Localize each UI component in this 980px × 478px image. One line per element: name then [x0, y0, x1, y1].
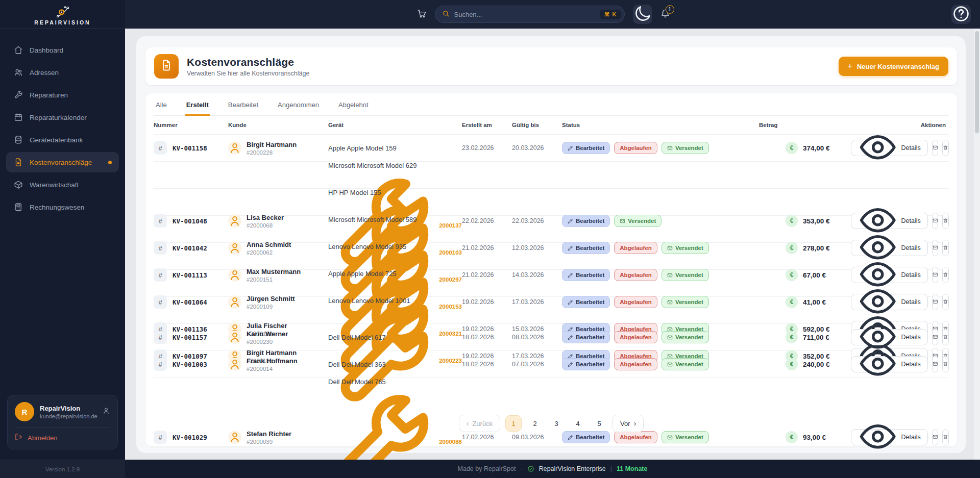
device-name: Lenovo Lenovo Model 1001 — [328, 297, 462, 305]
hash-icon: # — [154, 268, 167, 282]
table-row[interactable]: # KV-001029 Stefan Richter #2000039 Dell… — [154, 378, 949, 405]
delete-button[interactable] — [942, 356, 949, 372]
notification-dot — [108, 161, 112, 164]
help-button[interactable] — [951, 5, 971, 24]
delete-button[interactable] — [942, 240, 949, 256]
valid-until-date: 09.03.2026 — [512, 434, 562, 441]
table-row[interactable]: # KV-001158 Birgit Hartmann #2000228 App… — [154, 134, 949, 161]
details-button[interactable]: Details — [851, 294, 928, 310]
column-header-kunde: Kunde — [228, 122, 328, 128]
table-row[interactable]: # KV-001042 Anna Schmidt #2000062 HP HP … — [154, 188, 949, 215]
dark-mode-toggle[interactable] — [633, 5, 652, 24]
tab-abgelehnt[interactable]: Abgelehnt — [337, 93, 370, 116]
send-mail-button[interactable] — [932, 213, 939, 229]
tab-bearbeitet[interactable]: Bearbeitet — [227, 93, 259, 116]
details-button[interactable]: Details — [851, 140, 928, 156]
delete-button[interactable] — [942, 294, 949, 310]
customer-name: Julia Fischer — [247, 322, 287, 330]
created-date: 19.02.2026 — [462, 325, 512, 333]
sidebar-item-kostenvoranschlge[interactable]: Kostenvoranschläge — [6, 152, 119, 172]
new-estimate-button[interactable]: + Neuer Kostenvoranschlag — [839, 57, 948, 76]
amount: 240,00 € — [803, 361, 830, 368]
sidebar-item-warenwirtschaft[interactable]: Warenwirtschaft — [6, 174, 119, 195]
details-button[interactable]: Details — [851, 213, 928, 229]
table-row[interactable]: # KV-001048 Lisa Becker #2000068 Microso… — [154, 161, 949, 188]
trash-icon — [943, 334, 948, 341]
pagination-page-4[interactable]: 4 — [570, 415, 586, 432]
table-header-row: Nummer Kunde Gerät Erstellt am Gültig bi… — [154, 116, 949, 134]
valid-until-date: 20.03.2026 — [512, 144, 562, 152]
sidebar-item-adressen[interactable]: Adressen — [6, 62, 119, 83]
send-mail-button[interactable] — [932, 240, 939, 256]
delete-button[interactable] — [942, 140, 949, 156]
details-button[interactable]: Details — [851, 267, 928, 283]
amount: 41,00 € — [803, 298, 826, 306]
search-bar[interactable]: ⌘ K — [435, 6, 625, 23]
send-mail-button[interactable] — [932, 429, 939, 445]
sidebar-item-dashboard[interactable]: Dashboard — [6, 40, 119, 60]
tab-alle[interactable]: Alle — [155, 93, 168, 116]
sidebar-item-rechnungswesen[interactable]: Rechnungswesen — [6, 197, 119, 217]
trash-icon — [943, 298, 948, 306]
database-icon — [13, 135, 23, 145]
pagination-prev-button[interactable]: ‹ Zurück — [459, 415, 500, 432]
delete-button[interactable] — [942, 267, 949, 283]
status-badge-abgelaufen: Abgelaufen — [614, 431, 657, 443]
mail-icon — [933, 298, 938, 306]
sidebar-item-gertedatenbank[interactable]: Gerätedatenbank — [6, 130, 119, 150]
scrollbar-track[interactable] — [974, 29, 980, 460]
pagination-page-3[interactable]: 3 — [548, 415, 565, 432]
customer-id: #2000230 — [247, 339, 288, 345]
pagination-page-1[interactable]: 1 — [505, 415, 522, 432]
customer-name: Anna Schmidt — [247, 241, 291, 248]
status-badges: BearbeitetAbgelaufenVersendet — [562, 142, 759, 154]
eye-icon — [858, 344, 897, 385]
device-name: Dell Dell Model 363 — [328, 361, 462, 368]
tab-angenommen[interactable]: Angenommen — [277, 93, 320, 116]
cart-button[interactable] — [417, 9, 427, 20]
send-mail-button[interactable] — [932, 140, 939, 156]
euro-icon: € — [786, 242, 798, 254]
created-date: 23.02.2026 — [462, 144, 512, 152]
pagination-page-5[interactable]: 5 — [591, 415, 607, 432]
calendar-icon — [13, 113, 23, 122]
topbar: ⌘ K 1 — [125, 0, 980, 29]
sidebar-item-reparaturen[interactable]: Reparaturen — [6, 85, 119, 105]
customer-id: #2000228 — [247, 149, 297, 156]
document-icon — [154, 54, 179, 79]
status-badge-bearbeitet: Bearbeitet — [562, 296, 610, 308]
scrollbar-thumb[interactable] — [975, 31, 979, 133]
tab-erstellt[interactable]: Erstellt — [185, 93, 210, 116]
hash-icon: # — [154, 295, 167, 309]
customer-name: Lisa Becker — [247, 214, 284, 221]
send-mail-button[interactable] — [932, 267, 939, 283]
status-badge-bearbeitet: Bearbeitet — [562, 358, 610, 370]
delete-button[interactable] — [942, 213, 949, 229]
send-mail-button[interactable] — [932, 294, 939, 310]
valid-until-date: 17.03.2026 — [512, 353, 562, 360]
status-badge-bearbeitet: Bearbeitet — [562, 242, 610, 254]
customer-name: Birgit Hartmann — [247, 141, 297, 148]
status-badges: BearbeitetAbgelaufenVersendet — [562, 331, 759, 343]
pagination-next-button[interactable]: Vor › — [612, 415, 644, 432]
details-button[interactable]: Details — [851, 240, 928, 256]
user-icon — [102, 407, 110, 417]
details-button[interactable]: Details — [851, 429, 928, 445]
details-button[interactable]: Details — [851, 356, 928, 372]
pagination-page-2[interactable]: 2 — [527, 415, 543, 432]
customer-id: #2000062 — [247, 249, 291, 256]
details-button[interactable]: Details — [851, 329, 928, 345]
send-mail-button[interactable] — [932, 329, 939, 345]
mail-icon — [933, 271, 938, 279]
customer-icon — [228, 295, 241, 309]
delete-button[interactable] — [942, 329, 949, 345]
send-mail-button[interactable] — [932, 356, 939, 372]
logout-button[interactable]: Abmelden — [15, 432, 110, 443]
customer-name: Stefan Richter — [247, 430, 291, 438]
amount: 374,00 € — [803, 144, 830, 152]
sidebar-item-reparaturkalender[interactable]: Reparaturkalender — [6, 107, 119, 128]
check-circle-icon — [527, 465, 534, 472]
delete-button[interactable] — [942, 429, 949, 445]
search-input[interactable] — [454, 11, 596, 18]
mail-icon — [933, 334, 938, 341]
